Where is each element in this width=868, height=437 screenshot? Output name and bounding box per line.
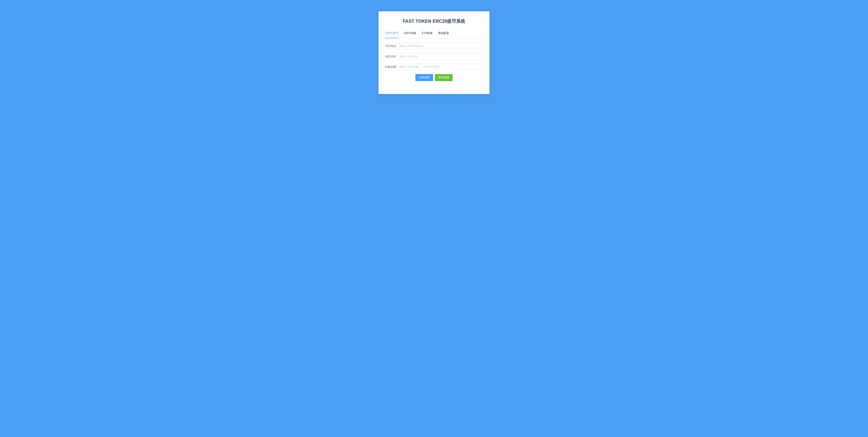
transfer-amount-label: 转账金额 [385, 65, 397, 69]
form-row-receiving-address: 收款地址 [385, 53, 483, 60]
form-row-recipient-address: 对方地址 [385, 43, 483, 49]
transfer-amount-input[interactable] [397, 64, 483, 70]
main-card: FAST TOKEN ERC20提币系统 USDT提币 USDT转账 ETH转账… [378, 11, 490, 94]
page-title: FAST TOKEN ERC20提币系统 [385, 18, 483, 24]
receiving-address-input[interactable] [397, 53, 483, 60]
tab-eth-transfer[interactable]: ETH转账 [422, 31, 433, 38]
receiving-address-label: 收款地址 [385, 55, 397, 58]
button-row: 立即提取 查询余额 [385, 74, 483, 81]
submit-button[interactable]: 立即提取 [415, 74, 433, 81]
tab-basic-config[interactable]: 基础配置 [438, 31, 449, 38]
tabs-container: USDT提币 USDT转账 ETH转账 基础配置 [385, 31, 483, 38]
tab-usdt-withdraw[interactable]: USDT提币 [385, 31, 398, 38]
form-row-transfer-amount: 转账金额 [385, 64, 483, 70]
query-balance-button[interactable]: 查询余额 [435, 74, 453, 81]
recipient-address-label: 对方地址 [385, 44, 397, 48]
tab-usdt-transfer[interactable]: USDT转账 [404, 31, 416, 38]
recipient-address-input[interactable] [397, 43, 483, 49]
